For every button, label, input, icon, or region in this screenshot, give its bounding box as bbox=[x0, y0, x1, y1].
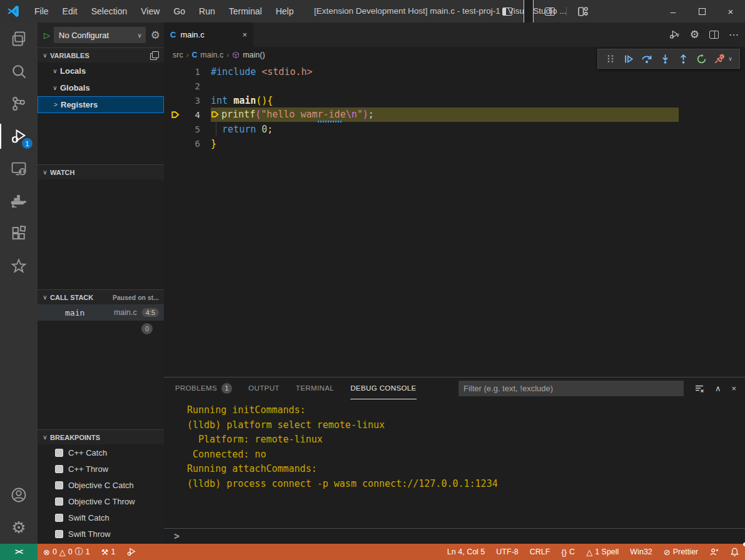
notifications-bell[interactable] bbox=[724, 544, 745, 560]
test-explorer-star-icon[interactable] bbox=[0, 250, 38, 282]
checkbox-unchecked[interactable] bbox=[55, 514, 63, 522]
close-button[interactable]: × bbox=[716, 0, 745, 22]
feedback-status[interactable] bbox=[704, 544, 724, 560]
toggle-secondary-sidebar-icon[interactable] bbox=[545, 8, 555, 16]
gutter[interactable]: 1 bbox=[164, 67, 211, 77]
tools-status[interactable]: ⚒ 1 bbox=[96, 544, 121, 560]
clear-console-icon[interactable] bbox=[694, 384, 704, 394]
split-editor-icon[interactable] bbox=[709, 31, 719, 39]
gear-icon[interactable]: ⚙ bbox=[690, 28, 699, 41]
step-into-icon[interactable] bbox=[659, 53, 671, 64]
debug-status[interactable] bbox=[121, 544, 142, 560]
menu-selection[interactable]: Selection bbox=[84, 0, 134, 22]
thread-row[interactable]: 0 bbox=[38, 321, 164, 337]
code-editor[interactable]: 1 #include <stdio.h> 2 3 int main(){ bbox=[164, 62, 745, 151]
gutter[interactable]: 2 bbox=[164, 81, 211, 91]
watch-section-header[interactable]: ∨ WATCH bbox=[38, 164, 164, 179]
breakpoint-cpp-catch[interactable]: C++ Catch bbox=[38, 444, 164, 461]
menu-go[interactable]: Go bbox=[166, 0, 192, 22]
menu-terminal[interactable]: Terminal bbox=[222, 0, 269, 22]
search-icon[interactable] bbox=[0, 55, 38, 88]
platform-status[interactable]: Win32 bbox=[624, 544, 657, 560]
tab-problems[interactable]: PROBLEMS 1 bbox=[175, 378, 232, 399]
chevron-down-icon[interactable]: ∨ bbox=[728, 56, 732, 62]
run-or-debug-button[interactable]: ∨ bbox=[669, 29, 680, 40]
tab-debug-console[interactable]: DEBUG CONSOLE bbox=[350, 378, 417, 399]
settings-gear-icon[interactable]: ⚙ bbox=[0, 511, 38, 544]
checkbox-unchecked[interactable] bbox=[55, 465, 63, 473]
breakpoint-cpp-throw[interactable]: C++ Throw bbox=[38, 461, 164, 477]
checkbox-unchecked[interactable] bbox=[55, 449, 63, 457]
extensions-icon[interactable] bbox=[0, 218, 38, 250]
drag-grip-icon[interactable] bbox=[605, 53, 616, 64]
code-line-6[interactable]: 6 } bbox=[164, 136, 745, 151]
explorer-icon[interactable] bbox=[0, 22, 38, 55]
call-stack-section-header[interactable]: ∨ CALL STACK Paused on st... bbox=[38, 289, 164, 304]
run-and-debug-icon[interactable]: 1 bbox=[0, 120, 38, 152]
tab-main-c[interactable]: C main.c × bbox=[164, 22, 253, 47]
gutter[interactable]: 5 bbox=[164, 124, 211, 134]
docker-icon[interactable] bbox=[0, 185, 38, 218]
copy-icon[interactable] bbox=[150, 51, 159, 60]
code-line-4-current[interactable]: 4 printf("hello wamr-ide\n"); bbox=[164, 108, 745, 122]
remote-indicator[interactable]: >< bbox=[0, 544, 38, 560]
variables-locals-row[interactable]: ∨ Locals bbox=[38, 62, 164, 79]
menu-run[interactable]: Run bbox=[192, 0, 222, 22]
breakpoint-objc-throw[interactable]: Objective C Throw bbox=[38, 493, 164, 509]
language-mode[interactable]: {} C bbox=[555, 544, 580, 560]
code-line-3[interactable]: 3 int main(){ bbox=[164, 93, 745, 108]
continue-icon[interactable] bbox=[623, 53, 634, 64]
close-tab-icon[interactable]: × bbox=[242, 30, 247, 39]
customize-layout-icon[interactable] bbox=[578, 6, 589, 17]
maximize-button[interactable] bbox=[687, 0, 716, 22]
breakpoints-section-header[interactable]: ∨ BREAKPOINTS bbox=[38, 429, 164, 444]
gutter[interactable]: 3 bbox=[164, 96, 211, 106]
step-over-icon[interactable] bbox=[641, 53, 652, 64]
debug-configuration-dropdown[interactable]: No Configurat ∨ bbox=[54, 27, 146, 43]
menu-view[interactable]: View bbox=[134, 0, 166, 22]
start-debugging-icon[interactable]: ▷ bbox=[44, 31, 50, 40]
gutter[interactable]: 6 bbox=[164, 139, 211, 149]
breakpoint-swift-catch[interactable]: Swift Catch bbox=[38, 509, 164, 526]
variables-registers-row[interactable]: > Registers bbox=[38, 96, 164, 113]
variables-section-header[interactable]: ∨ VARIABLES bbox=[38, 48, 164, 62]
more-actions-icon[interactable]: ⋯ bbox=[729, 29, 739, 41]
checkbox-unchecked[interactable] bbox=[55, 498, 63, 506]
remote-explorer-icon[interactable] bbox=[0, 152, 38, 185]
problems-status[interactable]: ⊗ 0 △ 0 ⓘ 1 bbox=[38, 544, 96, 560]
accounts-icon[interactable] bbox=[0, 479, 38, 511]
checkbox-unchecked[interactable] bbox=[55, 481, 63, 489]
menu-edit[interactable]: Edit bbox=[56, 0, 84, 22]
breadcrumb-folder[interactable]: src bbox=[173, 51, 183, 59]
tab-output[interactable]: OUTPUT bbox=[248, 378, 280, 399]
gutter[interactable]: 4 bbox=[164, 110, 211, 120]
debug-console-input[interactable]: > bbox=[164, 528, 745, 544]
toggle-sidebar-icon[interactable] bbox=[502, 8, 512, 16]
eol-sequence[interactable]: CRLF bbox=[524, 544, 556, 560]
maximize-panel-icon[interactable]: ∧ bbox=[715, 384, 721, 393]
breadcrumb-file[interactable]: main.c bbox=[200, 51, 223, 59]
step-out-icon[interactable] bbox=[677, 53, 689, 64]
breadcrumb-symbol[interactable]: main() bbox=[243, 51, 265, 59]
console-filter-input[interactable] bbox=[459, 381, 684, 396]
code-line-5[interactable]: 5 return 0; bbox=[164, 122, 745, 136]
code-line-2[interactable]: 2 bbox=[164, 79, 745, 93]
minimize-button[interactable]: – bbox=[659, 0, 687, 22]
menu-help[interactable]: Help bbox=[269, 0, 301, 22]
menu-file[interactable]: File bbox=[28, 0, 56, 22]
encoding[interactable]: UTF-8 bbox=[490, 544, 524, 560]
configure-launch-icon[interactable]: ⚙ bbox=[150, 29, 160, 42]
restart-icon[interactable] bbox=[696, 53, 707, 64]
source-control-icon[interactable] bbox=[0, 88, 38, 120]
stack-frame-row[interactable]: main main.c 4:5 bbox=[38, 304, 164, 321]
disconnect-icon[interactable] bbox=[714, 53, 725, 64]
cursor-position[interactable]: Ln 4, Col 5 bbox=[442, 544, 490, 560]
close-panel-icon[interactable]: × bbox=[731, 384, 736, 393]
formatter-status[interactable]: ⊘ Prettier bbox=[658, 544, 704, 560]
breakpoint-swift-throw[interactable]: Swift Throw bbox=[38, 526, 164, 542]
breakpoint-objc-catch[interactable]: Objective C Catch bbox=[38, 477, 164, 493]
tab-terminal[interactable]: TERMINAL bbox=[296, 378, 334, 399]
checkbox-unchecked[interactable] bbox=[55, 530, 63, 538]
spell-checker-status[interactable]: △ 1 Spell bbox=[580, 544, 624, 560]
variables-globals-row[interactable]: ∨ Globals bbox=[38, 79, 164, 96]
